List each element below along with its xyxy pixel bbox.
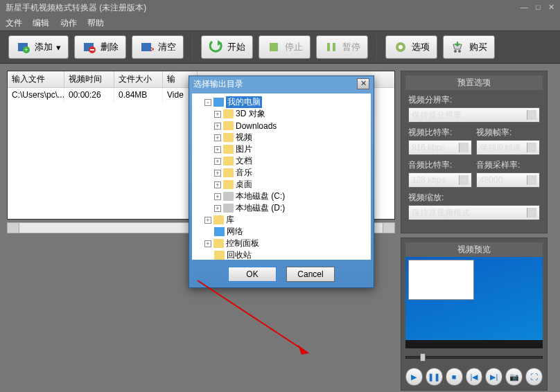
- folder-icon: [223, 121, 234, 130]
- start-button[interactable]: 开始: [201, 35, 253, 59]
- svg-rect-10: [333, 43, 335, 51]
- tree-node[interactable]: +库: [195, 214, 368, 226]
- dialog-close-button[interactable]: ✕: [357, 78, 369, 89]
- res-label: 视频分辨率:: [408, 94, 540, 106]
- tree-label: 图片: [236, 143, 252, 155]
- menu-edit[interactable]: 编辑: [33, 18, 49, 28]
- expand-icon[interactable]: +: [214, 170, 221, 177]
- vbr-label: 视频比特率:: [408, 127, 472, 139]
- pause-button[interactable]: 暂停: [316, 35, 368, 59]
- menu-file[interactable]: 文件: [6, 18, 22, 28]
- tree-node[interactable]: 网络: [195, 226, 368, 238]
- menu-help[interactable]: 帮助: [87, 18, 104, 28]
- expand-icon[interactable]: +: [204, 217, 211, 224]
- preset-title: 预置选项: [405, 75, 543, 90]
- tree-node[interactable]: +Downloads: [195, 120, 368, 132]
- tree-label: 3D 对象: [236, 108, 265, 120]
- vfr-label: 视频帧率:: [476, 127, 540, 139]
- vfr-select[interactable]: 保持原帧速▾: [476, 140, 540, 155]
- expand-icon[interactable]: +: [214, 111, 221, 118]
- svg-rect-9: [327, 43, 330, 51]
- preset-panel: 预置选项 视频分辨率: 保持原分辨率▾ 视频比特率: 816 kbps▾ 视频帧…: [401, 71, 548, 233]
- minimize-icon[interactable]: —: [520, 3, 528, 11]
- folder-icon: [223, 168, 234, 177]
- expand-icon[interactable]: +: [214, 146, 221, 153]
- options-button[interactable]: 选项: [385, 35, 437, 59]
- add-button[interactable]: +添加▾: [8, 35, 69, 59]
- tree-node[interactable]: +视频: [195, 132, 368, 143]
- stop-button[interactable]: 停止: [259, 35, 310, 59]
- expand-icon[interactable]: +: [214, 158, 221, 165]
- tree-node[interactable]: +音乐: [195, 167, 368, 179]
- expand-icon[interactable]: +: [214, 193, 221, 200]
- delete-button[interactable]: 删除: [74, 35, 126, 59]
- col-time[interactable]: 视频时间: [64, 71, 114, 87]
- stop-button[interactable]: ■: [446, 368, 463, 386]
- tree-label: 本地磁盘 (D:): [236, 202, 285, 214]
- start-icon: [209, 39, 224, 55]
- expand-icon[interactable]: +: [214, 181, 221, 188]
- vbr-select[interactable]: 816 kbps▾: [408, 140, 472, 155]
- tree-node[interactable]: -我的电脑: [195, 96, 368, 108]
- add-icon: +: [16, 39, 31, 55]
- tree-label: Downloads: [236, 121, 277, 131]
- clear-button[interactable]: ✕清空: [132, 35, 184, 59]
- toolbar: +添加▾ 删除 ✕清空 开始 停止 暂停 选项 购买: [0, 30, 560, 64]
- snapshot-button[interactable]: 📷: [505, 368, 523, 386]
- tree-node[interactable]: +3D 对象: [195, 108, 368, 120]
- pause-button[interactable]: ❚❚: [426, 368, 443, 386]
- prev-button[interactable]: |◀: [466, 368, 483, 386]
- folder-icon: [213, 215, 224, 224]
- tree-label: 网络: [227, 226, 243, 238]
- tree-node[interactable]: +图片: [195, 143, 368, 155]
- tree-label: 库: [226, 214, 234, 226]
- chevron-down-icon: ▾: [527, 208, 536, 217]
- play-button[interactable]: ▶: [405, 368, 423, 386]
- folder-icon: [223, 180, 234, 189]
- tree-node[interactable]: +本地磁盘 (C:): [195, 190, 368, 202]
- svg-text:+: +: [24, 46, 28, 53]
- buy-button[interactable]: 购买: [443, 35, 495, 59]
- folder-tree[interactable]: -我的电脑+3D 对象+Downloads+视频+图片+文档+音乐+桌面+本地磁…: [192, 93, 371, 260]
- tree-label: 文档: [236, 155, 252, 167]
- close-icon[interactable]: ✕: [548, 3, 554, 11]
- folder-icon: [223, 204, 234, 213]
- tree-node[interactable]: +文档: [195, 155, 368, 167]
- folder-icon: [223, 109, 234, 118]
- tree-node[interactable]: 回收站: [195, 249, 368, 260]
- asr-select[interactable]: 48000▾: [476, 172, 540, 188]
- preview-panel: 视频预览 ▶ ❚❚ ■ |◀ ▶| 📷 ⛶: [401, 238, 548, 391]
- window-title: 新星手机视频格式转换器 (未注册版本): [6, 2, 146, 13]
- svg-point-14: [458, 50, 461, 53]
- expand-icon[interactable]: -: [204, 99, 211, 106]
- tree-node[interactable]: +控制面板: [195, 238, 368, 249]
- svg-point-12: [399, 45, 403, 49]
- ok-button[interactable]: OK: [228, 267, 277, 282]
- fullscreen-button[interactable]: ⛶: [525, 368, 543, 386]
- col-file[interactable]: 输入文件: [8, 71, 64, 87]
- chevron-down-icon: ▾: [527, 175, 536, 185]
- titlebar: 新星手机视频格式转换器 (未注册版本) — □ ✕: [0, 0, 560, 15]
- maximize-icon[interactable]: □: [536, 3, 541, 11]
- menubar: 文件 编辑 动作 帮助: [0, 15, 560, 30]
- expand-icon[interactable]: +: [204, 240, 211, 247]
- cancel-button[interactable]: Cancel: [286, 267, 335, 282]
- folder-icon: [214, 251, 225, 260]
- menu-action[interactable]: 动作: [60, 18, 77, 28]
- preview-video[interactable]: [405, 257, 543, 348]
- tree-node[interactable]: +本地磁盘 (D:): [195, 202, 368, 214]
- expand-icon[interactable]: +: [214, 134, 221, 141]
- next-button[interactable]: ▶|: [485, 368, 502, 386]
- zoom-select[interactable]: 保持原视频模式▾: [408, 205, 540, 220]
- abr-label: 音频比特率:: [408, 159, 472, 171]
- expand-icon[interactable]: +: [214, 123, 221, 130]
- seek-slider[interactable]: [405, 351, 543, 364]
- chevron-down-icon: ▾: [56, 42, 61, 53]
- res-select[interactable]: 保持原分辨率▾: [408, 107, 540, 123]
- expand-icon[interactable]: +: [214, 205, 221, 212]
- tree-node[interactable]: +桌面: [195, 179, 368, 190]
- tree-label: 我的电脑: [226, 96, 262, 108]
- abr-select[interactable]: 128 kbps▾: [408, 172, 472, 188]
- col-size[interactable]: 文件大小: [114, 71, 163, 87]
- stop-icon: [266, 39, 281, 55]
